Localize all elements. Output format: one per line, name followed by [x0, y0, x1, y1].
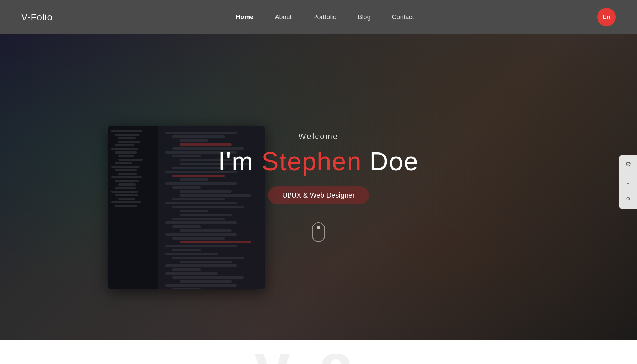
nav-contact[interactable]: Contact — [392, 14, 414, 21]
scroll-indicator — [312, 222, 325, 242]
hero-section: Welcome I'm Stephen Doe UI/UX & Web Desi… — [0, 34, 637, 340]
language-button[interactable]: En — [597, 8, 616, 26]
settings-button[interactable]: ⚙ — [619, 155, 637, 173]
hero-content: Welcome I'm Stephen Doe UI/UX & Web Desi… — [218, 132, 419, 242]
nav-home[interactable]: Home — [236, 14, 253, 21]
hero-title-suffix: Doe — [362, 147, 419, 176]
nav-portfolio[interactable]: Portfolio — [313, 14, 336, 21]
hero-welcome-text: Welcome — [218, 132, 419, 141]
help-button[interactable]: ? — [619, 191, 637, 209]
hero-name-colored: Stephen — [262, 147, 362, 176]
hero-title-prefix: I'm — [218, 147, 262, 176]
hero-title: I'm Stephen Doe — [218, 148, 419, 176]
nav-blog[interactable]: Blog — [358, 14, 370, 21]
right-side-panel: ⚙ ↓ ? — [619, 155, 637, 209]
nav-about[interactable]: About — [275, 14, 291, 21]
watermark-text: va va va — [0, 340, 637, 364]
site-logo[interactable]: V-Folio — [21, 12, 53, 23]
nav-links: Home About Portfolio Blog Contact — [236, 14, 414, 21]
watermark-strip: va va va — [0, 340, 637, 364]
download-button[interactable]: ↓ — [619, 173, 637, 191]
navbar: V-Folio Home About Portfolio Blog Contac… — [0, 0, 637, 34]
hero-badge: UI/UX & Web Designer — [268, 186, 369, 204]
